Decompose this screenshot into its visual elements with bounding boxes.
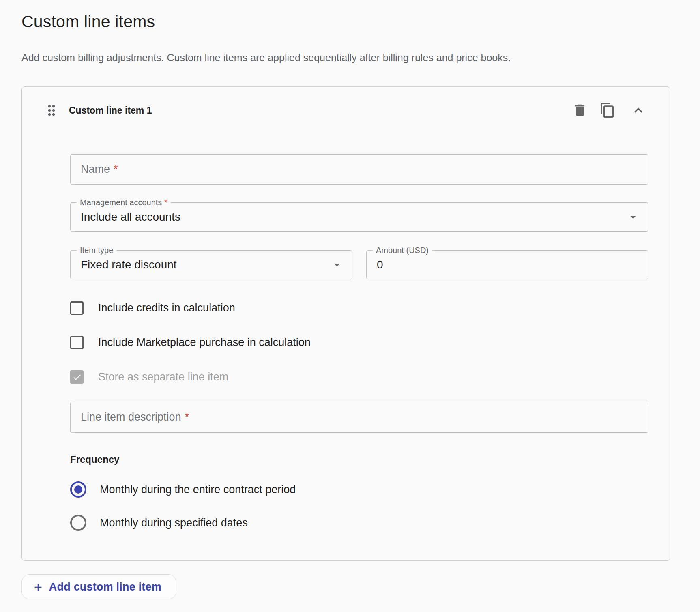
checkbox-group: Include credits in calculation Include M… — [70, 301, 648, 384]
delete-icon — [572, 103, 588, 118]
frequency-label: Frequency — [70, 454, 648, 465]
management-accounts-label: Management accounts* — [77, 197, 171, 208]
collapse-button[interactable] — [629, 101, 648, 120]
card-title: Custom line item 1 — [69, 105, 152, 116]
radio-label[interactable]: Monthly during the entire contract perio… — [100, 483, 296, 496]
name-placeholder: Name — [81, 163, 110, 176]
management-accounts-value: Include all accounts — [81, 210, 180, 223]
checkbox-label[interactable]: Include Marketplace purchase in calculat… — [98, 336, 311, 349]
arrow-drop-down-icon — [330, 258, 344, 272]
add-custom-line-item-button[interactable]: + Add custom line item — [21, 574, 176, 599]
amount-label: Amount (USD) — [373, 245, 432, 256]
radio-selected-icon[interactable] — [70, 481, 86, 498]
checkbox-checked-icon — [70, 370, 84, 384]
management-accounts-label-text: Management accounts — [80, 198, 162, 207]
duplicate-button[interactable] — [598, 101, 617, 120]
checkbox-label[interactable]: Include credits in calculation — [98, 302, 235, 314]
line-item-card: Custom line item 1 Name * — [21, 86, 670, 561]
card-header: Custom line item 1 — [22, 99, 670, 122]
required-asterisk: * — [164, 198, 167, 207]
description-placeholder: Line item description — [81, 411, 181, 423]
delete-button[interactable] — [571, 101, 589, 120]
page-title: Custom line items — [21, 12, 700, 31]
amount-input[interactable]: Amount (USD) 0 — [366, 250, 648, 279]
radio-unselected-icon[interactable] — [70, 515, 86, 531]
radio-monthly-specified-dates[interactable]: Monthly during specified dates — [70, 515, 648, 531]
checkbox-include-credits[interactable]: Include credits in calculation — [70, 301, 648, 315]
page-subtitle: Add custom billing adjustments. Custom l… — [21, 52, 700, 64]
custom-line-items-page: Custom line items Add custom billing adj… — [0, 0, 700, 599]
name-input[interactable]: Name * — [70, 154, 648, 185]
checkbox-include-marketplace[interactable]: Include Marketplace purchase in calculat… — [70, 336, 648, 349]
item-type-select[interactable]: Item type Fixed rate discount — [70, 250, 352, 279]
drag-indicator-icon — [43, 102, 60, 118]
management-accounts-select[interactable]: Management accounts* Include all account… — [70, 202, 648, 232]
duplicate-icon — [599, 102, 616, 118]
plus-icon: + — [34, 580, 42, 594]
add-button-label: Add custom line item — [49, 581, 161, 593]
checkbox-unchecked-icon[interactable] — [70, 336, 84, 349]
radio-monthly-entire-contract[interactable]: Monthly during the entire contract perio… — [70, 481, 648, 498]
item-type-label: Item type — [77, 245, 116, 256]
line-item-description-input[interactable]: Line item description * — [70, 402, 648, 433]
chevron-up-icon — [630, 102, 646, 118]
item-type-value: Fixed rate discount — [81, 258, 177, 271]
arrow-drop-down-icon — [626, 210, 640, 224]
required-asterisk: * — [185, 411, 189, 423]
radio-label[interactable]: Monthly during specified dates — [100, 517, 248, 529]
radio-dot — [74, 485, 82, 494]
checkbox-store-separate: Store as separate line item — [70, 370, 648, 384]
item-type-amount-row: Item type Fixed rate discount Amount (US… — [70, 250, 648, 279]
amount-value: 0 — [377, 258, 383, 271]
drag-handle[interactable] — [42, 101, 61, 120]
required-asterisk: * — [114, 163, 118, 176]
checkbox-unchecked-icon[interactable] — [70, 301, 84, 315]
checkbox-label: Store as separate line item — [98, 371, 228, 383]
card-body: Name * Management accounts* Include all … — [22, 154, 670, 531]
